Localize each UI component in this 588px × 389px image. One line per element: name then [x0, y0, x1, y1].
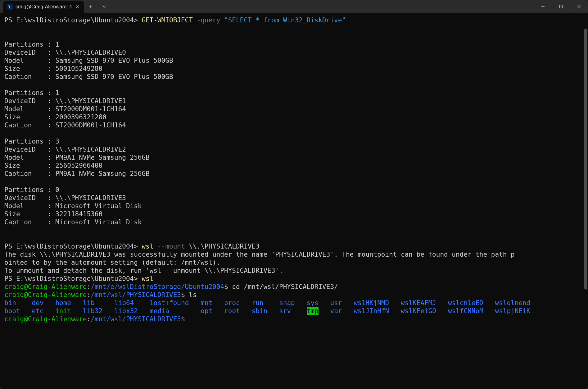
- scrollbar[interactable]: [584, 16, 587, 386]
- terminal-output: PS E:\wslDistroStorage\Ubuntu2004> GET-W…: [4, 16, 584, 323]
- tab-active[interactable]: craig@Craig-Alienware: /mnt/w ✕: [3, 1, 84, 13]
- terminal-window: craig@Craig-Alienware: /mnt/w ✕ ＋ PS E:\…: [0, 0, 588, 389]
- tab-close-button[interactable]: ✕: [74, 4, 81, 10]
- powershell-icon: [7, 4, 13, 10]
- svg-rect-0: [8, 4, 13, 9]
- tab-dropdown-button[interactable]: [97, 0, 111, 13]
- maximize-button[interactable]: [552, 0, 570, 13]
- svg-rect-1: [560, 5, 563, 8]
- titlebar-drag-area[interactable]: [111, 0, 534, 13]
- titlebar[interactable]: craig@Craig-Alienware: /mnt/w ✕ ＋: [0, 0, 588, 13]
- minimize-button[interactable]: [534, 0, 552, 13]
- terminal-surface[interactable]: PS E:\wslDistroStorage\Ubuntu2004> GET-W…: [0, 13, 588, 389]
- tab-title: craig@Craig-Alienware: /mnt/w: [16, 4, 71, 10]
- scroll-thumb[interactable]: [584, 29, 587, 290]
- new-tab-button[interactable]: ＋: [84, 0, 97, 13]
- close-button[interactable]: [570, 0, 588, 13]
